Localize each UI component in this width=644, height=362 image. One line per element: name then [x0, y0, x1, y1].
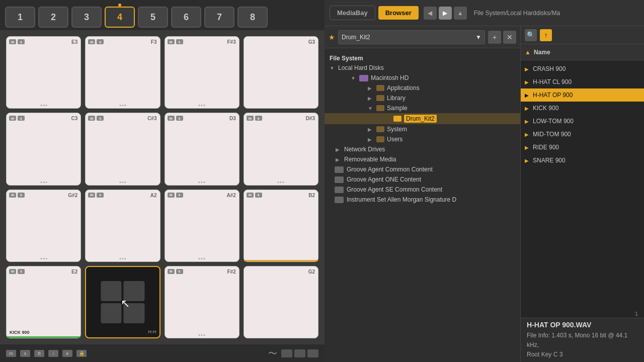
tree-item-label: Drum_Kit2	[404, 115, 437, 123]
nav-bar: MediaBay Browser ◀ ▶ ▲ File System/Local…	[325, 0, 644, 26]
tree-applications[interactable]: ▶ Applications	[325, 83, 520, 93]
pad-F2-active[interactable]: ↖ H-H	[85, 266, 160, 338]
folder-icon	[376, 85, 384, 91]
pad-note: C#3	[147, 116, 156, 121]
pad-D3[interactable]: m s D3	[165, 113, 239, 185]
pad-F3[interactable]: m s F3	[85, 36, 160, 109]
tab-3[interactable]: 3	[71, 7, 102, 28]
tab-1[interactable]: 1	[5, 7, 35, 28]
tree-drum-kit2[interactable]: Drum_Kit2	[325, 113, 520, 124]
page-number: 1	[635, 311, 638, 317]
tree-macintosh-hd[interactable]: ▼ Macintosh HD	[325, 73, 520, 83]
wave-btn-3[interactable]	[307, 349, 318, 357]
file-low-tom-900[interactable]: ▶ LOW-TOM 900	[521, 115, 644, 128]
mute-icon: m	[247, 193, 254, 198]
file-snare-900[interactable]: ▶ SNARE 900	[521, 154, 644, 167]
mute-icon: m	[9, 269, 16, 274]
nav-forward-btn[interactable]: ▶	[439, 7, 452, 20]
pad-note: B2	[308, 193, 315, 198]
file-ride-900[interactable]: ▶ RIDE 900	[521, 141, 644, 154]
pad-E3[interactable]: m s E3	[6, 36, 81, 109]
tree-ga-se[interactable]: Groove Agent SE Common Content	[325, 185, 520, 195]
file-mid-tom-900[interactable]: ▶ MID-TOM 900	[521, 128, 644, 141]
pad-sample-name: KICK 900	[10, 330, 30, 335]
file-crash-900[interactable]: ▶ CRASH 900	[521, 62, 644, 75]
tab-2[interactable]: 2	[38, 7, 68, 28]
pad-Fs2[interactable]: m s F#2	[165, 266, 239, 338]
star-icon: ★	[329, 33, 335, 41]
tree-arrow-icon: ▶	[336, 147, 342, 152]
tree-sample[interactable]: ▼ Sample	[325, 103, 520, 113]
pad-note: C3	[71, 116, 77, 121]
tree-ga-common[interactable]: Groove Agent Common Content	[325, 164, 520, 174]
tree-system[interactable]: ▶ System	[325, 124, 520, 134]
tab-5[interactable]: 5	[138, 7, 168, 28]
pad-As2[interactable]: m s A#2	[165, 190, 239, 262]
file-hhat-op-900[interactable]: ▶ H-HAT OP 900	[521, 88, 644, 102]
search-button[interactable]: 🔍	[525, 29, 537, 41]
file-hhat-cl-900[interactable]: ▶ H-HAT CL 900	[521, 75, 644, 88]
pad-G2[interactable]: G2	[244, 266, 318, 338]
nav-back-btn[interactable]: ◀	[424, 7, 437, 20]
tree-ga-one[interactable]: Groove Agent ONE Content	[325, 174, 520, 185]
mute-icon: m	[9, 116, 16, 121]
play-icon: ▶	[525, 158, 529, 163]
browser-tab[interactable]: Browser	[378, 6, 419, 20]
preset-dropdown[interactable]: Drum_Kit2 ▼	[338, 30, 485, 44]
wave-btn-1[interactable]	[281, 349, 292, 357]
tree-instrument-set[interactable]: Instrument Set Allen Morgan Signature D	[325, 195, 520, 205]
pad-G3[interactable]: G3	[244, 36, 318, 109]
pad-note: F#2	[227, 269, 236, 275]
folder-gray-icon	[335, 166, 344, 173]
tab-4[interactable]: 4	[105, 7, 135, 28]
pad-note: A2	[150, 193, 157, 198]
solo-icon: s	[176, 39, 183, 44]
tab-8[interactable]: 8	[237, 7, 268, 28]
preset-close-btn[interactable]: ✕	[503, 31, 516, 44]
preset-add-btn[interactable]: +	[488, 31, 501, 44]
file-item-name: RIDE 900	[533, 144, 559, 151]
play-icon: ▶	[525, 132, 529, 137]
bottom-toolbar: m s B i e 🔒 〜	[0, 344, 325, 362]
pad-A2[interactable]: m s A2	[85, 190, 160, 262]
mediabay-tab[interactable]: MediaBay	[330, 6, 375, 20]
tab-6[interactable]: 6	[171, 7, 201, 28]
toolbar-s-icon[interactable]: s	[20, 350, 30, 357]
file-list: ▶ CRASH 900 ▶ H-HAT CL 900 ▶ H-HAT OP 90…	[521, 60, 644, 318]
pad-E2-kick[interactable]: m s E2 KICK 900	[6, 266, 81, 338]
pad-Gs2[interactable]: m s G#2	[6, 190, 81, 262]
tree-removeable-media[interactable]: ▶ Removeable Media	[325, 154, 520, 164]
name-column-header: Name	[534, 49, 550, 56]
tree-item-label: Network Drives	[344, 146, 385, 153]
pad-C3[interactable]: m s C3	[6, 113, 81, 185]
upload-button[interactable]: ↑	[540, 29, 552, 41]
pad-B2[interactable]: m s B2	[244, 190, 318, 262]
pad-Fs3[interactable]: m s F#3	[165, 36, 239, 109]
pad-note: D#3	[306, 116, 315, 121]
pad-Cs3[interactable]: m s C#3	[85, 113, 160, 185]
search-bar: 🔍 ↑	[521, 26, 644, 44]
toolbar-b-icon[interactable]: B	[34, 350, 44, 357]
tree-local-hard-disks[interactable]: ▼ Local Hard Disks	[325, 63, 520, 73]
tab-7[interactable]: 7	[204, 7, 234, 28]
file-item-name: SNARE 900	[533, 157, 566, 164]
disk-icon	[359, 75, 368, 81]
tree-arrow-icon: ▶	[368, 96, 374, 101]
nav-up-btn[interactable]: ▲	[454, 7, 467, 20]
toolbar-info-icon[interactable]: i	[48, 350, 58, 357]
tree-users[interactable]: ▶ Users	[325, 134, 520, 144]
file-kick-900[interactable]: ▶ KICK 900	[521, 102, 644, 115]
toolbar-m-icon[interactable]: m	[6, 350, 16, 357]
solo-icon: s	[176, 116, 183, 121]
folder-gray-icon	[335, 197, 344, 203]
tree-library[interactable]: ▶ Library	[325, 93, 520, 103]
tree-network-drives[interactable]: ▶ Network Drives	[325, 144, 520, 154]
toolbar-e-icon[interactable]: e	[62, 350, 72, 357]
folder-icon	[376, 95, 384, 101]
pad-note: G2	[308, 269, 315, 275]
pad-Ds3[interactable]: m s D#3	[244, 113, 318, 185]
toolbar-lock-icon[interactable]: 🔒	[76, 350, 87, 357]
wave-btn-2[interactable]	[294, 349, 305, 357]
tree-arrow-icon: ▼	[330, 65, 336, 71]
folder-icon	[376, 136, 384, 142]
